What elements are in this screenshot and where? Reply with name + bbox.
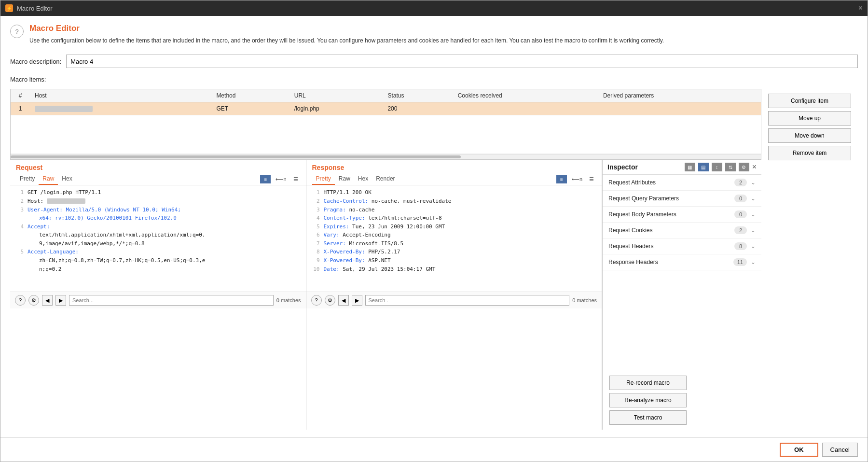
remove-item-button[interactable]: Remove item xyxy=(768,146,851,160)
request-panel-title: Request xyxy=(10,160,306,173)
response-search-input[interactable] xyxy=(365,295,570,306)
inspector-sort-btn[interactable]: ↕ xyxy=(712,163,722,171)
horizontal-scrollbar[interactable] xyxy=(11,154,761,159)
code-line: n;q=0.2 xyxy=(16,265,300,274)
cell-status: 200 xyxy=(383,102,453,115)
inspector-panel: Inspector ▦ ▤ ↕ ⇅ ⚙ × Request Attributes… xyxy=(602,160,761,430)
col-header-status: Status xyxy=(383,89,453,102)
request-wrap-btn[interactable]: ⟵n xyxy=(274,175,288,183)
request-help-btn[interactable]: ? xyxy=(15,295,26,306)
response-panel-title: Response xyxy=(306,160,602,173)
code-line: text/html,application/xhtml+xml,applicat… xyxy=(16,231,300,239)
request-next-btn[interactable]: ▶ xyxy=(55,295,66,306)
inspector-row-count: 11 xyxy=(733,258,747,266)
code-line: 1GET /login.php HTTP/1.1 xyxy=(16,188,300,197)
dialog-content: ? Macro Editor Use the configuration bel… xyxy=(0,16,868,437)
left-main: # Host Method URL Status Cookies receive… xyxy=(10,89,761,430)
tab-response-raw[interactable]: Raw xyxy=(335,173,354,185)
code-line: zh-CN,zh;q=0.8,zh-TW;q=0.7,zh-HK;q=0.5,e… xyxy=(16,256,300,265)
tab-request-hex[interactable]: Hex xyxy=(58,173,76,185)
right-sidebar: Configure item Move up Move down Remove … xyxy=(761,89,858,430)
inspector-row-label: Response Headers xyxy=(608,259,730,266)
response-settings-btn[interactable]: ⚙ xyxy=(325,295,335,306)
ok-button[interactable]: OK xyxy=(780,443,818,457)
chevron-down-icon: ⌄ xyxy=(751,243,756,250)
cell-method: GET xyxy=(211,102,289,115)
cell-host xyxy=(30,102,211,115)
code-line: 10Date: Sat, 29 Jul 2023 15:04:17 GMT xyxy=(312,265,596,274)
test-macro-button[interactable]: Test macro xyxy=(609,410,687,425)
inspector-view-btn-2[interactable]: ▤ xyxy=(698,163,709,171)
response-copy-btn[interactable]: ≡ xyxy=(556,175,567,183)
inspector-row-request-headers[interactable]: Request Headers 8 ⌄ xyxy=(603,238,761,254)
response-next-btn[interactable]: ▶ xyxy=(352,295,362,306)
table-row[interactable]: 1 GET /login.php 200 xyxy=(11,102,761,115)
inspector-view-btn-1[interactable]: ▦ xyxy=(685,163,695,171)
tab-request-raw[interactable]: Raw xyxy=(39,173,58,185)
inspector-row-request-attributes[interactable]: Request Attributes 2 ⌄ xyxy=(603,175,761,191)
scrollbar-thumb xyxy=(11,155,461,158)
header-section: Macro Editor Use the configuration below… xyxy=(29,24,664,45)
inspector-row-response-headers[interactable]: Response Headers 11 ⌄ xyxy=(603,254,761,270)
response-wrap-btn[interactable]: ⟵n xyxy=(570,175,584,183)
inspector-title: Inspector xyxy=(607,163,682,171)
code-line: 2Host: xyxy=(16,197,300,206)
inspector-row-label: Request Headers xyxy=(608,243,730,250)
inspector-filter-btn[interactable]: ⇅ xyxy=(725,163,736,171)
tab-response-render[interactable]: Render xyxy=(372,173,399,185)
table-empty-row xyxy=(11,115,761,154)
code-line: 3Pragma: no-cache xyxy=(312,206,596,214)
dialog-description: Use the configuration below to define th… xyxy=(29,36,664,45)
inspector-row-label: Request Body Parameters xyxy=(608,211,730,218)
code-line: 3User-Agent: Mozilla/5.0 (Windows NT 10.… xyxy=(16,206,300,214)
inspector-row-count: 0 xyxy=(734,210,747,218)
col-header-num: # xyxy=(11,89,30,102)
inspector-row-request-cookies[interactable]: Request Cookies 2 ⌄ xyxy=(603,223,761,238)
code-line: 4Content-Type: text/html;charset=utf-8 xyxy=(312,214,596,223)
code-line: 5Expires: Tue, 23 Jun 2009 12:00:00 GMT xyxy=(312,223,596,231)
re-record-macro-button[interactable]: Re-record macro xyxy=(609,376,687,390)
cancel-button[interactable]: Cancel xyxy=(822,443,858,457)
response-matches: 0 matches xyxy=(572,297,597,303)
re-analyze-macro-button[interactable]: Re-analyze macro xyxy=(609,393,687,407)
chevron-down-icon: ⌄ xyxy=(751,259,756,266)
inspector-close-btn[interactable]: × xyxy=(752,163,757,171)
col-header-method: Method xyxy=(211,89,289,102)
request-settings-btn[interactable]: ⚙ xyxy=(28,295,39,306)
move-up-button[interactable]: Move up xyxy=(768,111,851,126)
code-line: 9X-Powered-By: ASP.NET xyxy=(312,256,596,265)
request-search-input[interactable] xyxy=(69,295,274,306)
macro-description-input[interactable] xyxy=(66,55,858,68)
host-blur-code xyxy=(47,198,85,204)
response-tabs: Pretty Raw Hex Render ≡ ⟵n ☰ xyxy=(306,173,602,185)
inspector-row-body-params[interactable]: Request Body Parameters 0 ⌄ xyxy=(603,207,761,223)
panels-row: Request Pretty Raw Hex ≡ ⟵n ☰ xyxy=(10,159,761,430)
inspector-settings-btn[interactable]: ⚙ xyxy=(739,163,749,171)
col-header-derived: Derived parameters xyxy=(598,89,761,102)
response-menu-btn[interactable]: ☰ xyxy=(587,175,596,183)
inspector-row-query-params[interactable]: Request Query Parameters 0 ⌄ xyxy=(603,191,761,207)
host-blurred xyxy=(35,106,93,112)
chevron-down-icon: ⌄ xyxy=(751,211,756,218)
inspector-header: Inspector ▦ ▤ ↕ ⇅ ⚙ × xyxy=(603,160,761,175)
tab-response-pretty[interactable]: Pretty xyxy=(312,173,335,185)
cell-cookies xyxy=(453,102,598,115)
response-help-btn[interactable]: ? xyxy=(311,295,322,306)
request-prev-btn[interactable]: ◀ xyxy=(42,295,53,306)
response-tab-icons: ≡ ⟵n ☰ xyxy=(556,175,596,183)
inspector-items: Request Attributes 2 ⌄ Request Query Par… xyxy=(603,175,761,371)
macro-items-label: Macro items: xyxy=(10,76,858,83)
col-header-host: Host xyxy=(30,89,211,102)
close-button[interactable]: × xyxy=(858,4,863,13)
cell-derived xyxy=(598,102,761,115)
configure-item-button[interactable]: Configure item xyxy=(768,94,851,108)
request-matches: 0 matches xyxy=(276,297,301,303)
response-prev-btn[interactable]: ◀ xyxy=(338,295,349,306)
col-header-cookies: Cookies received xyxy=(453,89,598,102)
move-down-button[interactable]: Move down xyxy=(768,128,851,143)
request-copy-btn[interactable]: ≡ xyxy=(260,175,271,183)
tab-response-hex[interactable]: Hex xyxy=(354,173,372,185)
code-line: 6Vary: Accept-Encoding xyxy=(312,231,596,239)
request-menu-btn[interactable]: ☰ xyxy=(291,175,300,183)
tab-request-pretty[interactable]: Pretty xyxy=(16,173,39,185)
